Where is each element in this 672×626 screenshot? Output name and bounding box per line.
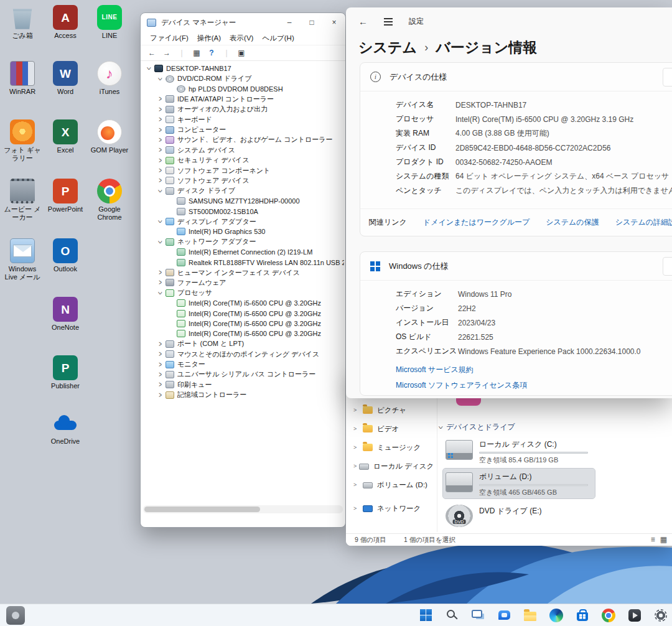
- tree-row[interactable]: hp PLDS DVDROM DU8DESH: [142, 84, 344, 94]
- nav-item[interactable]: > ネットワーク: [348, 499, 436, 518]
- menu-item[interactable]: ファイル(F): [146, 32, 193, 44]
- taskbar-icon[interactable]: [518, 604, 543, 626]
- drive-item[interactable]: DVD DVD ドライブ (E:): [443, 503, 595, 533]
- tree-row[interactable]: ソフトウェア デバイス: [142, 175, 344, 185]
- hamburger-menu-icon[interactable]: [384, 21, 393, 22]
- taskbar-icon[interactable]: [439, 604, 464, 626]
- back-icon[interactable]: ←: [358, 16, 368, 27]
- desktop-icon[interactable]: Google Chrome: [90, 179, 129, 221]
- chevron-icon[interactable]: [157, 137, 164, 143]
- chevron-icon[interactable]: [157, 279, 164, 286]
- nav-item[interactable]: > ボリューム (D:): [348, 475, 436, 494]
- chevron-icon[interactable]: [157, 290, 164, 296]
- chevron-icon[interactable]: [168, 330, 175, 337]
- horizontal-scrollbar[interactable]: [143, 505, 343, 513]
- chevron-icon[interactable]: [168, 249, 175, 255]
- minimize-button[interactable]: –: [278, 13, 301, 32]
- menu-item[interactable]: 操作(A): [193, 32, 225, 44]
- related-link[interactable]: システムの詳細設定: [615, 218, 672, 227]
- desktop-icon[interactable]: P PowerPoint: [45, 179, 85, 213]
- tree-row[interactable]: ファームウェア: [142, 278, 344, 287]
- tree-row[interactable]: サウンド、ビデオ、およびゲーム コントローラー: [142, 135, 344, 145]
- desktop-icon[interactable]: Windows Live メール: [2, 238, 42, 281]
- chevron-icon[interactable]: [157, 106, 164, 113]
- nav-item[interactable]: > ミュージック: [348, 438, 436, 457]
- chevron-icon[interactable]: [157, 218, 164, 225]
- license-link[interactable]: Microsoft ソフトウェアライセンス条項: [396, 380, 672, 391]
- chevron-icon[interactable]: [168, 86, 175, 92]
- toolbar-button-icon[interactable]: ▦: [190, 47, 203, 59]
- chevron-icon[interactable]: >: [353, 407, 360, 413]
- chevron-icon[interactable]: [157, 392, 164, 398]
- chevron-icon[interactable]: [168, 198, 175, 204]
- menu-item[interactable]: 表示(V): [225, 32, 258, 44]
- chevron-icon[interactable]: [157, 157, 164, 164]
- chevron-icon[interactable]: [157, 96, 164, 102]
- tree-row[interactable]: 記憶域コントローラー: [142, 390, 344, 400]
- chevron-icon[interactable]: [157, 167, 164, 174]
- close-button[interactable]: ×: [323, 13, 345, 32]
- tree-row[interactable]: プロセッサ: [142, 288, 344, 298]
- tree-row[interactable]: DESKTOP-TAHNB17: [142, 63, 344, 73]
- chevron-icon[interactable]: [157, 76, 164, 82]
- desktop-icon[interactable]: N OneNote: [45, 297, 85, 332]
- desktop-icon[interactable]: ♪ iTunes: [90, 61, 129, 96]
- desktop-icon[interactable]: P Publisher: [45, 355, 85, 390]
- taskbar-icon[interactable]: [413, 604, 438, 626]
- tree-row[interactable]: モニター: [142, 359, 344, 369]
- toolbar-button-icon[interactable]: |: [175, 47, 188, 59]
- tree-row[interactable]: マウスとそのほかのポインティング デバイス: [142, 349, 344, 359]
- chevron-icon[interactable]: [157, 116, 164, 123]
- tree-row[interactable]: Realtek RTL8188FTV Wireless LAN 802.11n …: [142, 257, 344, 267]
- taskbar-icon[interactable]: [465, 604, 490, 626]
- chevron-icon[interactable]: [168, 311, 175, 317]
- chevron-icon[interactable]: >: [353, 444, 360, 451]
- desktop-icon[interactable]: LINE LINE: [90, 5, 129, 40]
- tree-row[interactable]: コンピューター: [142, 124, 344, 134]
- tree-row[interactable]: ST500DM002-1SB10A: [142, 206, 344, 216]
- scrollbar-thumb[interactable]: [144, 507, 260, 512]
- chevron-icon[interactable]: [157, 177, 164, 184]
- desktop-icon[interactable]: OneDrive: [45, 411, 85, 446]
- tree-row[interactable]: ポート (COM と LPT): [142, 339, 344, 349]
- chevron-icon[interactable]: [157, 381, 164, 388]
- nav-item[interactable]: > ピクチャ: [348, 401, 436, 419]
- chevron-icon[interactable]: [157, 362, 164, 368]
- chevron-icon[interactable]: [157, 341, 164, 347]
- tree-row[interactable]: ユニバーサル シリアル バス コントローラー: [142, 370, 344, 380]
- tree-row[interactable]: セキュリティ デバイス: [142, 156, 344, 166]
- desktop-icon[interactable]: X Excel: [45, 119, 85, 154]
- chevron-icon[interactable]: >: [353, 482, 360, 488]
- taskbar-icon[interactable]: [648, 604, 672, 626]
- chevron-icon[interactable]: [157, 371, 164, 378]
- desktop-icon[interactable]: GOM Player: [90, 119, 129, 154]
- tree-row[interactable]: ソフトウェア コンポーネント: [142, 166, 344, 175]
- desktop-icon[interactable]: W Word: [45, 61, 85, 96]
- toolbar-button-icon[interactable]: ←: [146, 47, 158, 59]
- tree-row[interactable]: DVD/CD-ROM ドライブ: [142, 73, 344, 83]
- chevron-icon[interactable]: [157, 127, 164, 133]
- chevron-icon[interactable]: [168, 300, 175, 306]
- tree-row[interactable]: オーディオの入力および出力: [142, 105, 344, 114]
- taskbar-icon[interactable]: [544, 604, 569, 626]
- chevron-icon[interactable]: [146, 65, 153, 72]
- chevron-icon[interactable]: [157, 351, 164, 357]
- related-link[interactable]: ドメインまたはワークグループ: [423, 218, 530, 227]
- copy-button[interactable]: [663, 257, 672, 276]
- desktop-icon[interactable]: A Access: [45, 5, 85, 40]
- maximize-button[interactable]: □: [301, 13, 323, 32]
- tree-row[interactable]: ディスプレイ アダプター: [142, 217, 344, 227]
- tree-row[interactable]: Intel(R) Ethernet Connection (2) I219-LM: [142, 247, 344, 257]
- breadcrumb-parent[interactable]: システム: [358, 38, 417, 57]
- taskbar-icon[interactable]: [492, 604, 516, 626]
- chevron-icon[interactable]: [157, 269, 164, 276]
- license-link[interactable]: Microsoft サービス規約: [396, 365, 672, 375]
- taskbar-icon[interactable]: [622, 604, 647, 626]
- tree-row[interactable]: Intel(R) Core(TM) i5-6500 CPU @ 3.20GHz: [142, 329, 344, 339]
- title-bar[interactable]: デバイス マネージャー – □ ×: [141, 13, 345, 32]
- tree-row[interactable]: ディスク ドライブ: [142, 186, 344, 196]
- toolbar-button-icon[interactable]: →: [161, 47, 173, 59]
- chevron-icon[interactable]: [168, 320, 175, 327]
- tree-row[interactable]: Intel(R) Core(TM) i5-6500 CPU @ 3.20GHz: [142, 319, 344, 329]
- grid-view-icon[interactable]: ▦: [660, 535, 667, 544]
